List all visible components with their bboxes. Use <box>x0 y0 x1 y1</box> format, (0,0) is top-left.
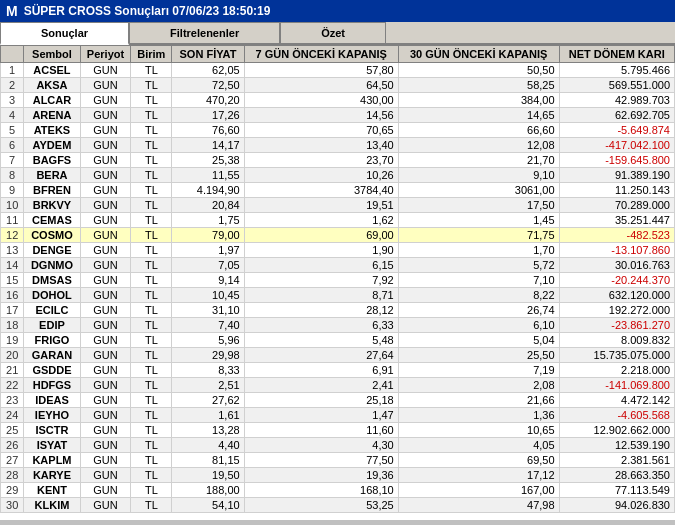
cell-no: 16 <box>1 288 24 303</box>
cell-birim: TL <box>131 483 172 498</box>
cell-periyot: GUN <box>80 138 131 153</box>
tab-ozet[interactable]: Özet <box>280 22 386 43</box>
cell-net: 2.218.000 <box>559 363 674 378</box>
cell-son-fiyat: 14,17 <box>172 138 244 153</box>
cell-sembol: COSMO <box>24 228 80 243</box>
cell-gun7: 4,30 <box>244 438 398 453</box>
cell-no: 24 <box>1 408 24 423</box>
cell-son-fiyat: 9,14 <box>172 273 244 288</box>
cell-sembol: DOHOL <box>24 288 80 303</box>
cell-gun7: 53,25 <box>244 498 398 513</box>
cell-gun7: 8,71 <box>244 288 398 303</box>
cell-son-fiyat: 7,40 <box>172 318 244 333</box>
cell-periyot: GUN <box>80 123 131 138</box>
table-row: 27 KAPLM GUN TL 81,15 77,50 69,50 2.381.… <box>1 453 675 468</box>
cell-birim: TL <box>131 348 172 363</box>
cell-periyot: GUN <box>80 348 131 363</box>
cell-net: 91.389.190 <box>559 168 674 183</box>
cell-net: 15.735.075.000 <box>559 348 674 363</box>
cell-birim: TL <box>131 498 172 513</box>
cell-birim: TL <box>131 108 172 123</box>
table-row: 1 ACSEL GUN TL 62,05 57,80 50,50 5.795.4… <box>1 63 675 78</box>
cell-gun30: 25,50 <box>398 348 559 363</box>
cell-periyot: GUN <box>80 423 131 438</box>
cell-gun30: 6,10 <box>398 318 559 333</box>
cell-gun7: 77,50 <box>244 453 398 468</box>
cell-gun7: 11,60 <box>244 423 398 438</box>
tab-filtrelenenler[interactable]: Filtrelenenler <box>129 22 280 43</box>
cell-sembol: EDIP <box>24 318 80 333</box>
col-son-fiyat: SON FİYAT <box>172 46 244 63</box>
app-icon: M <box>6 3 18 19</box>
cell-no: 21 <box>1 363 24 378</box>
cell-gun30: 58,25 <box>398 78 559 93</box>
cell-birim: TL <box>131 468 172 483</box>
cell-gun30: 21,70 <box>398 153 559 168</box>
table-row: 10 BRKVY GUN TL 20,84 19,51 17,50 70.289… <box>1 198 675 213</box>
cell-periyot: GUN <box>80 93 131 108</box>
cell-periyot: GUN <box>80 498 131 513</box>
cell-no: 26 <box>1 438 24 453</box>
cell-periyot: GUN <box>80 198 131 213</box>
cell-gun7: 1,62 <box>244 213 398 228</box>
cell-net: -4.605.568 <box>559 408 674 423</box>
cell-birim: TL <box>131 153 172 168</box>
cell-net: 632.120.000 <box>559 288 674 303</box>
cell-no: 19 <box>1 333 24 348</box>
col-gun30: 30 GÜN ÖNCEKİ KAPANIŞ <box>398 46 559 63</box>
cell-sembol: ISYAT <box>24 438 80 453</box>
cell-gun7: 70,65 <box>244 123 398 138</box>
cell-gun7: 7,92 <box>244 273 398 288</box>
cell-no: 12 <box>1 228 24 243</box>
cell-birim: TL <box>131 318 172 333</box>
cell-son-fiyat: 27,62 <box>172 393 244 408</box>
cell-net: -5.649.874 <box>559 123 674 138</box>
cell-birim: TL <box>131 423 172 438</box>
table-row: 15 DMSAS GUN TL 9,14 7,92 7,10 -20.244.3… <box>1 273 675 288</box>
cell-no: 25 <box>1 423 24 438</box>
cell-net: 94.026.830 <box>559 498 674 513</box>
cell-birim: TL <box>131 138 172 153</box>
cell-gun30: 1,36 <box>398 408 559 423</box>
cell-sembol: KARYE <box>24 468 80 483</box>
cell-periyot: GUN <box>80 483 131 498</box>
cell-son-fiyat: 79,00 <box>172 228 244 243</box>
cell-sembol: BFREN <box>24 183 80 198</box>
cell-son-fiyat: 1,75 <box>172 213 244 228</box>
cell-sembol: ECILC <box>24 303 80 318</box>
cell-birim: TL <box>131 168 172 183</box>
cell-periyot: GUN <box>80 213 131 228</box>
table-row: 13 DENGE GUN TL 1,97 1,90 1,70 -13.107.8… <box>1 243 675 258</box>
cell-birim: TL <box>131 243 172 258</box>
table-row: 21 GSDDE GUN TL 8,33 6,91 7,19 2.218.000 <box>1 363 675 378</box>
cell-no: 28 <box>1 468 24 483</box>
cell-birim: TL <box>131 258 172 273</box>
cell-net: 28.663.350 <box>559 468 674 483</box>
cell-son-fiyat: 81,15 <box>172 453 244 468</box>
cell-gun7: 19,36 <box>244 468 398 483</box>
cell-gun30: 1,45 <box>398 213 559 228</box>
tab-sonuclar[interactable]: Sonuçlar <box>0 22 129 45</box>
cell-gun30: 384,00 <box>398 93 559 108</box>
cell-birim: TL <box>131 273 172 288</box>
cell-net: 42.989.703 <box>559 93 674 108</box>
cell-gun7: 25,18 <box>244 393 398 408</box>
cell-sembol: ALCAR <box>24 93 80 108</box>
cell-gun30: 47,98 <box>398 498 559 513</box>
cell-gun30: 7,10 <box>398 273 559 288</box>
cell-gun30: 4,05 <box>398 438 559 453</box>
cell-no: 17 <box>1 303 24 318</box>
cell-sembol: AYDEM <box>24 138 80 153</box>
table-row: 11 CEMAS GUN TL 1,75 1,62 1,45 35.251.44… <box>1 213 675 228</box>
table-row: 19 FRIGO GUN TL 5,96 5,48 5,04 8.009.832 <box>1 333 675 348</box>
cell-sembol: KAPLM <box>24 453 80 468</box>
table-row: 9 BFREN GUN TL 4.194,90 3784,40 3061,00 … <box>1 183 675 198</box>
table-row: 23 IDEAS GUN TL 27,62 25,18 21,66 4.472.… <box>1 393 675 408</box>
cell-sembol: BERA <box>24 168 80 183</box>
cell-birim: TL <box>131 453 172 468</box>
table-row: 4 ARENA GUN TL 17,26 14,56 14,65 62.692.… <box>1 108 675 123</box>
cell-birim: TL <box>131 363 172 378</box>
cell-gun30: 1,70 <box>398 243 559 258</box>
cell-son-fiyat: 54,10 <box>172 498 244 513</box>
cell-gun30: 17,50 <box>398 198 559 213</box>
